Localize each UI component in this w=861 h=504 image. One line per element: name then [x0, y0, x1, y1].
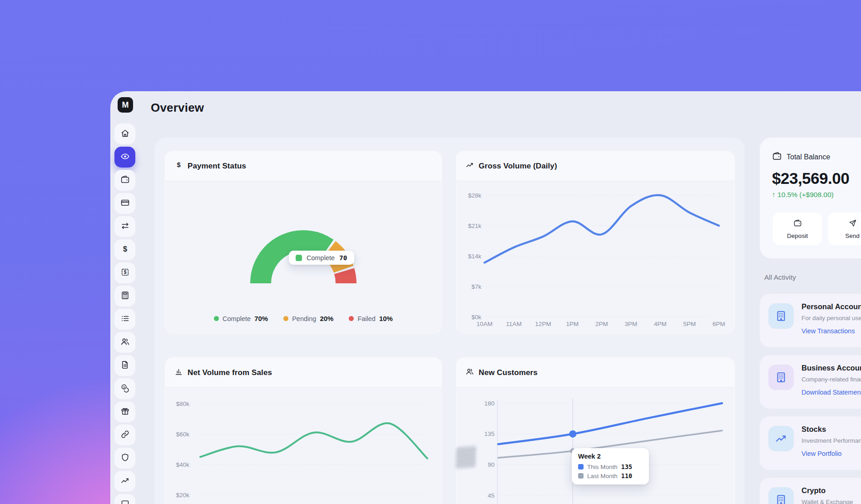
sidebar-item-coins[interactable]	[114, 378, 135, 399]
screenshot-smudge-artifact	[455, 445, 476, 469]
transfers-icon	[120, 221, 130, 232]
sidebar-item-payments[interactable]	[114, 239, 135, 260]
sidebar-item-documents[interactable]	[114, 355, 135, 376]
sidebar-item-home[interactable]	[114, 124, 135, 144]
legend-dot	[283, 316, 288, 321]
sidebar-item-analytics[interactable]	[114, 471, 135, 492]
legend-item-complete: Complete 70%	[214, 315, 268, 322]
app-logo[interactable]: M	[118, 97, 133, 113]
credit-card-icon	[120, 198, 130, 209]
sidebar-item-cards[interactable]	[114, 193, 135, 214]
document-icon	[120, 360, 130, 371]
svg-text:2PM: 2PM	[595, 321, 608, 327]
gross-volume-header: Gross Volume (Daily)	[456, 151, 734, 181]
trending-up-icon	[465, 161, 474, 171]
total-balance-header: Total Balance	[772, 151, 830, 163]
sidebar-item-security[interactable]	[114, 448, 135, 469]
sidebar-item-transfers[interactable]	[114, 216, 135, 237]
sidebar-item-lists[interactable]	[114, 309, 135, 330]
sidebar-item-invoices[interactable]	[114, 262, 135, 283]
svg-text:11AM: 11AM	[506, 321, 521, 327]
sidebar-item-links[interactable]	[114, 425, 135, 445]
legend-swatch	[578, 464, 584, 469]
card-title: New Customers	[479, 368, 538, 377]
eye-icon	[120, 152, 130, 163]
link-icon	[120, 430, 130, 441]
building-icon	[768, 365, 794, 390]
wallet-icon	[793, 219, 802, 229]
send-button[interactable]: Send	[828, 212, 861, 245]
new-customers-card: 1801359045 New Customers Week 2 This Mon…	[456, 357, 735, 504]
legend-item-pending: Pending 20%	[283, 315, 333, 322]
legend-swatch	[296, 255, 302, 261]
calculator-icon	[120, 291, 130, 302]
svg-text:10AM: 10AM	[476, 321, 492, 327]
card-title: Net Volume from Sales	[188, 368, 272, 377]
dollar-icon	[120, 244, 130, 256]
sidebar-item-calculator[interactable]	[114, 286, 135, 306]
sidebar-item-rewards[interactable]	[114, 401, 135, 422]
payment-status-card: Payment Status Complete 70 Complete 70% …	[165, 151, 442, 333]
total-balance-change: ↑ 10.5% (+$908.00)	[772, 191, 834, 199]
sidebar-item-overview[interactable]	[114, 147, 135, 168]
bar-chart-icon	[174, 367, 183, 378]
monitor-icon	[120, 499, 130, 504]
tooltip-row-this-month: This Month 135	[578, 463, 643, 470]
users-icon	[120, 337, 130, 348]
gauge-tooltip: Complete 70	[289, 251, 354, 265]
tooltip-row-last-month: Last Month 110	[578, 472, 643, 479]
week2-tooltip: Week 2 This Month 135 Last Month 110	[572, 448, 649, 484]
activity-item-stocks[interactable]: Stocks Investment Performance View Portf…	[760, 416, 861, 470]
wallet-icon	[120, 175, 130, 186]
svg-text:$80k: $80k	[176, 400, 190, 407]
activity-item-crypto[interactable]: Crypto Wallet & Exchange	[760, 478, 861, 504]
page-title: Overview	[151, 101, 204, 115]
gauge-legend: Complete 70% Pending 20% Failed 10%	[165, 315, 441, 322]
svg-text:4PM: 4PM	[654, 321, 667, 327]
svg-text:180: 180	[484, 400, 495, 407]
new-customers-header: New Customers	[456, 358, 734, 388]
deposit-button[interactable]: Deposit	[773, 212, 822, 245]
all-activity-heading: All Activity	[764, 273, 796, 282]
svg-text:$40k: $40k	[176, 461, 190, 468]
legend-dot	[349, 316, 354, 321]
sidebar-item-wallet[interactable]	[114, 170, 135, 191]
svg-text:$14k: $14k	[468, 253, 482, 260]
home-icon	[120, 128, 130, 140]
svg-text:1PM: 1PM	[566, 321, 579, 327]
send-icon	[848, 219, 857, 229]
building-icon	[768, 487, 794, 504]
main-content: Payment Status Complete 70 Complete 70% …	[154, 138, 745, 504]
sidebar	[114, 124, 135, 504]
gross-volume-card: $28k$21k$14k$7k$0k10AM11AM12PM1PM2PM3PM4…	[456, 151, 735, 333]
net-volume-card: $80k$60k$40k$20k Net Volume from Sales	[165, 357, 442, 504]
activity-item-personal-account[interactable]: Personal Account For daily personal use …	[760, 294, 861, 347]
users-icon	[465, 367, 474, 378]
svg-text:$0k: $0k	[471, 314, 481, 321]
view-transactions-link[interactable]: View Transactions	[802, 327, 855, 335]
svg-text:45: 45	[488, 492, 495, 499]
list-icon	[120, 314, 130, 325]
activity-item-business-account[interactable]: Business Account Company-related finance…	[760, 355, 861, 409]
receipt-icon	[120, 267, 130, 279]
building-icon	[768, 303, 794, 329]
net-volume-header: Net Volume from Sales	[165, 358, 441, 388]
svg-text:$21k: $21k	[468, 222, 482, 229]
svg-text:$7k: $7k	[471, 283, 481, 290]
legend-swatch	[578, 473, 584, 479]
svg-text:12PM: 12PM	[535, 321, 551, 327]
sidebar-item-devices[interactable]	[114, 494, 135, 504]
download-statements-link[interactable]: Download Statements	[802, 389, 861, 396]
sidebar-item-customers[interactable]	[114, 332, 135, 353]
coins-icon	[120, 383, 130, 395]
card-title: Gross Volume (Daily)	[479, 162, 557, 171]
svg-text:6PM: 6PM	[713, 321, 725, 327]
svg-text:3PM: 3PM	[625, 321, 638, 327]
svg-text:90: 90	[488, 461, 495, 468]
view-portfolio-link[interactable]: View Portfolio	[802, 450, 841, 457]
card-title: Payment Status	[188, 162, 246, 171]
svg-text:$20k: $20k	[176, 492, 190, 499]
balance-actions: Deposit Send	[773, 212, 861, 245]
trending-up-icon	[120, 476, 130, 487]
payment-status-header: Payment Status	[165, 151, 441, 181]
